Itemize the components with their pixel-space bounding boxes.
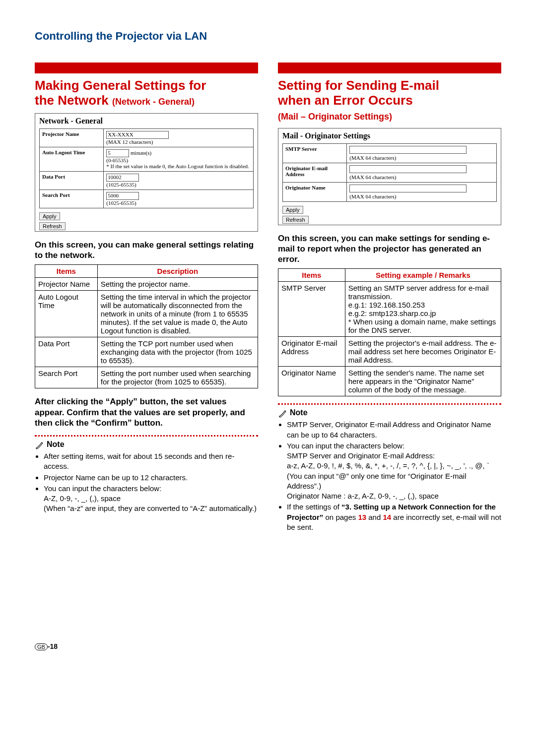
mail-settings-screenshot: Mail - Originator Settings SMTP Server (… bbox=[278, 128, 501, 225]
cell: SMTP Server bbox=[278, 282, 345, 337]
after-apply-text: After clicking the “Apply” button, the s… bbox=[35, 396, 258, 428]
auto-logout-label: Auto Logout Time bbox=[40, 147, 104, 171]
auto-logout-hint2: * If the set value is made 0, the Auto L… bbox=[106, 163, 249, 169]
right-desc-table: Items Setting example / Remarks SMTP Ser… bbox=[278, 268, 501, 396]
red-bar bbox=[278, 63, 501, 73]
search-port-input[interactable]: 5006 bbox=[106, 192, 139, 200]
heading-sub: (Network - General) bbox=[112, 97, 195, 107]
smtp-hint: (MAX 64 characters) bbox=[349, 155, 396, 161]
network-general-screenshot: Network - General Projector Name XX-XXXX… bbox=[35, 113, 258, 232]
right-intro: On this screen, you can make settings fo… bbox=[278, 233, 501, 265]
orig-name-label: Originator Name bbox=[283, 182, 347, 201]
heading-line1: Making General Settings for bbox=[35, 78, 206, 93]
note-item: Projector Name can be up to 12 character… bbox=[44, 473, 258, 483]
right-column: Setting for Sending E-mail when an Error… bbox=[278, 63, 501, 533]
cell: Setting the TCP port number used when ex… bbox=[97, 337, 258, 367]
language-badge: GB bbox=[35, 643, 48, 650]
orig-addr-hint: (MAX 64 characters) bbox=[349, 174, 396, 180]
page-number: -18 bbox=[48, 642, 58, 650]
dotted-separator bbox=[35, 435, 258, 437]
heading-line1: Setting for Sending E-mail bbox=[278, 78, 439, 93]
left-heading: Making General Settings for the Network … bbox=[35, 78, 258, 108]
orig-name-input[interactable] bbox=[349, 185, 467, 192]
cell: Setting the time interval in which the p… bbox=[97, 291, 258, 337]
left-notes: After setting items, wait for about 15 s… bbox=[37, 451, 258, 514]
note-item: You can input the characters below: A-Z,… bbox=[44, 484, 258, 514]
data-port-label: Data Port bbox=[40, 171, 104, 189]
page-link[interactable]: 13 bbox=[358, 513, 366, 521]
red-bar bbox=[35, 63, 258, 73]
cell: Setting an SMTP server address for e-mai… bbox=[345, 282, 501, 337]
cell: Setting the port number used when search… bbox=[97, 367, 258, 388]
th-desc: Description bbox=[97, 265, 258, 278]
right-notes: SMTP Server, Originator E-mail Address a… bbox=[280, 420, 501, 532]
cell: Data Port bbox=[35, 337, 98, 367]
search-port-hint: (1025-65535) bbox=[106, 200, 136, 206]
t: You can input the characters below: bbox=[44, 484, 161, 493]
smtp-input[interactable] bbox=[349, 146, 467, 154]
cell: Setting the projector name. bbox=[97, 278, 258, 291]
search-port-label: Search Port bbox=[40, 189, 104, 208]
right-heading: Setting for Sending E-mail when an Error… bbox=[278, 78, 501, 123]
dotted-separator bbox=[278, 403, 501, 405]
t: (When “a-z” are input, they are converte… bbox=[44, 504, 257, 512]
refresh-button[interactable]: Refresh bbox=[282, 216, 309, 224]
apply-button[interactable]: Apply bbox=[282, 206, 303, 214]
cell: Setting the sender's name. The name set … bbox=[345, 367, 501, 396]
pencil-icon bbox=[35, 440, 45, 449]
apply-button[interactable]: Apply bbox=[39, 212, 60, 220]
orig-addr-input[interactable] bbox=[349, 165, 467, 173]
note-item: You can input the characters below: SMTP… bbox=[287, 441, 501, 502]
left-desc-table: Items Description Projector NameSetting … bbox=[35, 264, 258, 388]
t: Originator Name : a-z, A-Z, 0-9, -, _, (… bbox=[287, 492, 439, 500]
page-footer: GB-18 bbox=[35, 642, 501, 650]
heading-line2: when an Error Occurs bbox=[278, 93, 413, 108]
cell: Setting the projector's e-mail address. … bbox=[345, 337, 501, 367]
cell: Projector Name bbox=[35, 278, 98, 291]
page-title: Controlling the Projector via LAN bbox=[35, 30, 501, 43]
auto-logout-hint1: (0-65535) bbox=[106, 157, 128, 163]
t: A-Z, 0-9, -, _, (,), space bbox=[44, 494, 121, 503]
t: If the settings of bbox=[287, 503, 341, 511]
t: SMTP Server and Originator E-mail Addres… bbox=[287, 451, 435, 460]
note-item: SMTP Server, Originator E-mail Address a… bbox=[287, 420, 501, 440]
projector-name-label: Projector Name bbox=[40, 128, 104, 147]
auto-logout-input[interactable]: 5 bbox=[106, 149, 129, 157]
heading-sub: (Mail – Originator Settings) bbox=[278, 112, 392, 122]
t: and bbox=[366, 513, 383, 521]
page-link[interactable]: 14 bbox=[383, 513, 391, 521]
smtp-label: SMTP Server bbox=[283, 143, 347, 163]
data-port-hint: (1025-65535) bbox=[106, 182, 136, 188]
pencil-icon bbox=[278, 408, 288, 418]
auto-logout-unit: minute(s) bbox=[131, 150, 151, 156]
left-intro: On this screen, you can make general set… bbox=[35, 240, 258, 261]
heading-line2: the Network bbox=[35, 93, 109, 108]
t: a-z, A-Z, 0-9, !, #, $, %, &, *, +, -, /… bbox=[287, 461, 489, 470]
cell: Originator E-mail Address bbox=[278, 337, 345, 367]
th-items: Items bbox=[35, 265, 98, 278]
left-column: Making General Settings for the Network … bbox=[35, 63, 258, 533]
note-label: Note bbox=[47, 440, 65, 449]
cell: Search Port bbox=[35, 367, 98, 388]
note-item: After setting items, wait for about 15 s… bbox=[44, 451, 258, 472]
t: (You can input “@” only one time for “Or… bbox=[287, 472, 467, 490]
th-desc: Setting example / Remarks bbox=[345, 269, 501, 282]
data-port-input[interactable]: 10002 bbox=[106, 174, 139, 182]
orig-name-hint: (MAX 64 characters) bbox=[349, 193, 396, 199]
screenshot-title: Mail - Originator Settings bbox=[278, 128, 501, 141]
projector-name-input[interactable]: XX-XXXX bbox=[106, 131, 169, 139]
orig-addr-label: Originator E-mail Address bbox=[283, 163, 347, 182]
refresh-button[interactable]: Refresh bbox=[39, 222, 66, 230]
t: You can input the characters below: bbox=[287, 441, 404, 450]
cell: Originator Name bbox=[278, 367, 345, 396]
th-items: Items bbox=[278, 269, 345, 282]
screenshot-title: Network - General bbox=[35, 114, 258, 126]
projector-name-hint: (MAX 12 characters) bbox=[106, 139, 153, 145]
cell: Auto Logout Time bbox=[35, 291, 98, 337]
t: on pages bbox=[323, 513, 358, 521]
note-item: If the settings of “3. Setting up a Netw… bbox=[287, 502, 501, 532]
note-label: Note bbox=[290, 408, 308, 417]
